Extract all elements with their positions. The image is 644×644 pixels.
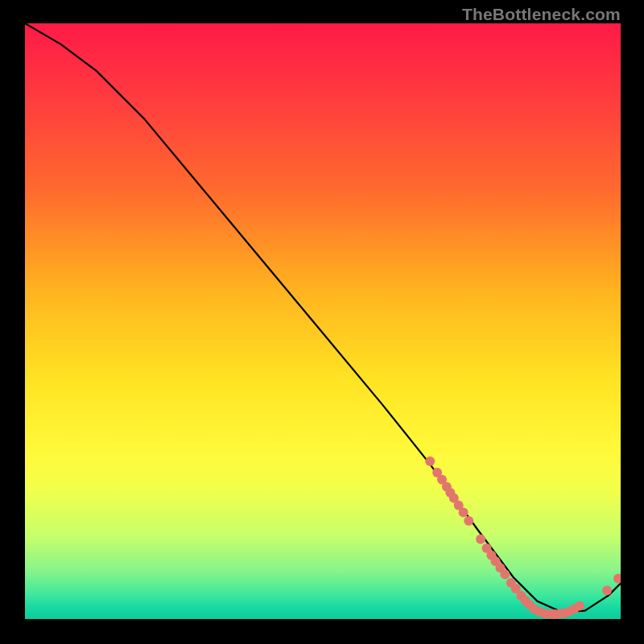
data-point xyxy=(459,508,469,518)
chart-frame: TheBottleneck.com xyxy=(0,0,644,644)
plot-area xyxy=(25,23,621,619)
data-point xyxy=(425,456,435,466)
data-points xyxy=(425,456,621,619)
chart-svg xyxy=(25,23,621,619)
data-point xyxy=(613,574,621,584)
data-point xyxy=(476,535,485,544)
data-point xyxy=(464,516,473,526)
data-point xyxy=(602,586,612,596)
bottleneck-curve xyxy=(25,23,621,612)
watermark-text: TheBottleneck.com xyxy=(462,5,621,24)
data-point xyxy=(575,601,584,611)
data-point xyxy=(500,570,510,580)
